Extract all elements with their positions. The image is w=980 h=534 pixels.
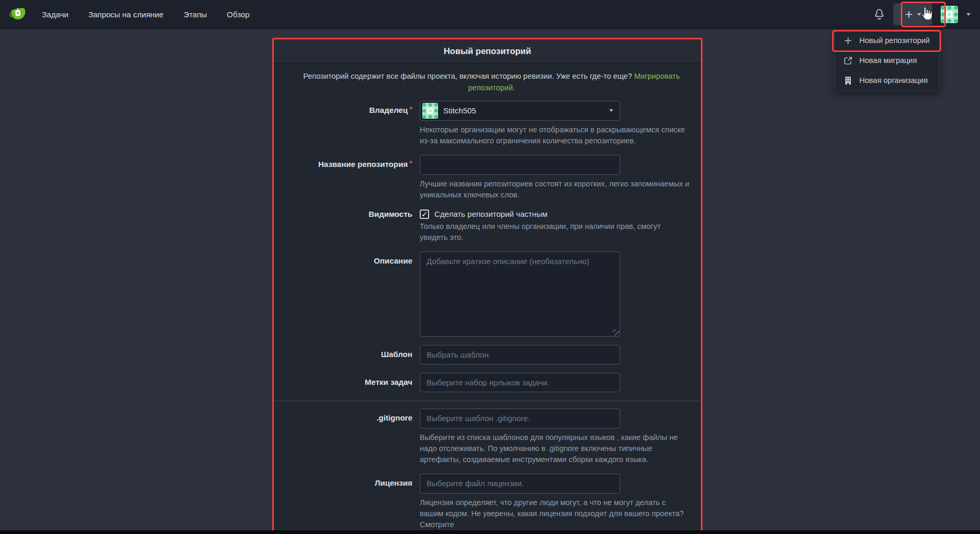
menu-item-label: Новая миграция (859, 56, 917, 65)
license-help-text: Лицензия определяет, что другие люди мог… (420, 498, 684, 529)
nav-link-pull-requests[interactable]: Запросы на слияние (88, 10, 163, 19)
chevron-down-icon (917, 13, 921, 16)
navbar-right (874, 3, 971, 25)
issue-labels-input[interactable] (420, 373, 620, 392)
section-divider (274, 401, 701, 401)
description-textarea[interactable] (420, 252, 620, 337)
panel-body: Репозиторий содержит все файлы проекта, … (274, 64, 701, 531)
intro-text: Репозиторий содержит все файлы проекта, … (303, 72, 634, 80)
repo-name-help: Лучшие названия репозиториев состоят из … (420, 179, 690, 201)
gitignore-input[interactable] (420, 409, 620, 428)
form-intro: Репозиторий содержит все файлы проекта, … (274, 71, 701, 94)
template-label: Шаблон (274, 345, 420, 359)
create-new-button[interactable] (893, 3, 932, 25)
required-asterisk: * (409, 159, 412, 167)
required-asterisk: * (409, 104, 412, 113)
license-input[interactable] (420, 474, 620, 494)
nav-link-explore[interactable]: Обзор (227, 10, 249, 19)
field-gitignore: .gitignore Выберите из списка шаблонов д… (274, 409, 701, 465)
repo-name-label: Название репозитория* (274, 155, 420, 169)
owner-select[interactable]: Stitch505 (420, 101, 620, 121)
gitea-logo[interactable] (9, 5, 27, 23)
page-title: Новый репозиторий (444, 46, 531, 56)
menu-item-label: Новый репозиторий (859, 36, 930, 45)
field-owner: Владелец* (274, 101, 701, 146)
navbar: Задачи Запросы на слияние Этапы Обзор (0, 0, 980, 29)
menu-item-new-repository[interactable]: Новый репозиторий (835, 30, 939, 50)
nav-link-issues[interactable]: Задачи (42, 10, 68, 19)
field-repo-name: Название репозитория* Лучшие названия ре… (274, 155, 701, 201)
gitea-new-repository-page: Задачи Запросы на слияние Этапы Обзор (0, 0, 980, 534)
nav-link-milestones[interactable]: Этапы (184, 10, 207, 19)
private-checkbox-label[interactable]: Сделать репозиторий частным (434, 210, 548, 218)
field-visibility: Видимость ✓ Сделать репозиторий частным … (274, 209, 701, 243)
organization-icon (844, 76, 853, 85)
private-checkbox[interactable]: ✓ (420, 210, 429, 219)
license-label: Лицензия (274, 474, 420, 488)
gitignore-label: .gitignore (274, 409, 420, 423)
migrate-icon (844, 56, 853, 65)
owner-selected-value: Stitch505 (443, 106, 609, 115)
user-menu-chevron-icon[interactable] (966, 13, 971, 16)
license-help: Лицензия определяет, что другие люди мог… (420, 497, 690, 531)
create-dropdown-menu: Новый репозиторий Новая миграция Новая о… (834, 30, 940, 91)
plus-icon (904, 10, 913, 19)
menu-item-new-migration[interactable]: Новая миграция (835, 50, 939, 70)
repo-name-input[interactable] (420, 155, 620, 175)
gitignore-help: Выберите из списка шаблонов для популярн… (420, 432, 690, 465)
field-license: Лицензия Лицензия определяет, что другие… (274, 474, 701, 531)
menu-item-label: Новая организация (859, 76, 928, 85)
notifications-bell-icon[interactable] (874, 8, 885, 20)
bottom-edge-bar (0, 530, 980, 534)
visibility-label: Видимость (274, 209, 420, 219)
chevron-down-icon (609, 109, 613, 112)
issue-labels-label: Метки задач (274, 373, 420, 387)
avatar-identicon (941, 6, 958, 23)
plus-icon (844, 36, 853, 45)
description-label: Описание (274, 252, 420, 266)
field-issue-labels: Метки задач (274, 373, 701, 392)
template-input[interactable] (420, 345, 620, 364)
visibility-help: Только владелец или члены организации, п… (420, 221, 690, 243)
owner-label: Владелец* (274, 101, 420, 115)
field-description: Описание (274, 252, 701, 337)
field-template: Шаблон (274, 345, 701, 364)
new-repository-panel: Новый репозиторий Репозиторий содержит в… (274, 39, 701, 531)
panel-header: Новый репозиторий (274, 39, 701, 64)
menu-item-new-organization[interactable]: Новая организация (835, 70, 939, 90)
user-avatar[interactable] (941, 6, 958, 23)
owner-help: Некоторые организации могут не отображат… (420, 124, 690, 146)
owner-avatar (422, 103, 438, 119)
